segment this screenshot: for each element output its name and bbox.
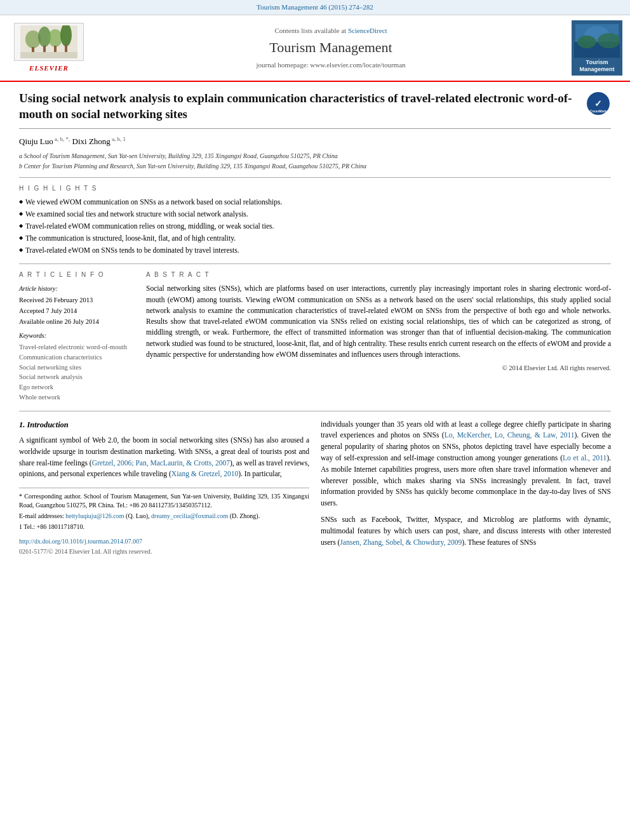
highlight-item-2: We examined social ties and network stru… (19, 209, 611, 219)
intro-paragraph-1: A significant symbol of Web 2.0, the boo… (19, 435, 309, 480)
journal-header: ELSEVIER Contents lists available at Sci… (0, 15, 630, 82)
journal-title-heading: Tourism Management (269, 38, 392, 58)
copyright-notice: © 2014 Elsevier Ltd. All rights reserved… (146, 364, 611, 373)
svg-rect-5 (32, 47, 34, 52)
elsevier-brand-name: ELSEVIER (29, 63, 69, 73)
issn-line: 0261-5177/© 2014 Elsevier Ltd. All right… (19, 547, 309, 557)
email1-author: (Q. Luo), (126, 512, 150, 519)
author2-name: Dixi Zhong (72, 137, 111, 147)
article-info-column: A R T I C L E I N F O Article history: R… (19, 270, 133, 403)
footnotes-area: * Corresponding author. School of Touris… (19, 488, 309, 531)
journal-cover-title: TourismManagement (579, 59, 614, 73)
article-info-abstract-section: A R T I C L E I N F O Article history: R… (19, 270, 611, 411)
ref-lo-2011[interactable]: Lo, McKercher, Lo, Cheung, & Law, 2011 (445, 431, 575, 439)
intro-paragraph-2: individuals younger than 35 years old wi… (321, 419, 611, 510)
svg-text:CrossMark: CrossMark (590, 109, 607, 113)
highlight-item-1: We viewed eWOM communication on SNSs as … (19, 197, 611, 207)
abstract-label: A B S T R A C T (146, 270, 611, 279)
crossmark-area[interactable]: ✓ CrossMark (586, 91, 611, 116)
intro-section-heading: 1. Introduction (19, 419, 309, 431)
svg-point-14 (577, 36, 596, 48)
svg-point-3 (48, 29, 62, 47)
homepage-label: journal homepage: www.elsevier.com/locat… (256, 61, 405, 69)
author1-name: Qiuju Luo (19, 137, 53, 147)
publisher-logo-area: ELSEVIER (8, 20, 90, 76)
article-title: Using social network analysis to explain… (19, 91, 579, 122)
abstract-text: Social networking sites (SNSs), which ar… (146, 283, 611, 360)
authors-line: Qiuju Luo a, b, *, Dixi Zhong a, b, 1 (19, 135, 611, 148)
article-info-label: A R T I C L E I N F O (19, 270, 133, 279)
ref-xiang-2010[interactable]: Xiang & Gretzel, 2010 (171, 470, 238, 477)
keywords-label: Keywords: (19, 331, 133, 340)
svg-rect-8 (65, 44, 67, 52)
journal-cover-image: TourismManagement (572, 20, 622, 76)
footnote-1: 1 Tel.: +86 18011718710. (19, 523, 309, 531)
contents-available-text: Contents lists available at (274, 27, 346, 34)
highlight-item-4: The communication is structured, loose-k… (19, 233, 611, 243)
svg-rect-7 (54, 46, 57, 52)
keyword-4: Social network analysis (19, 373, 133, 382)
svg-rect-6 (43, 46, 46, 52)
article-title-section: Using social network analysis to explain… (19, 91, 611, 129)
svg-point-15 (598, 33, 620, 48)
keyword-6: Whole network (19, 393, 133, 403)
svg-text:✓: ✓ (594, 98, 602, 109)
available-date: Available online 26 July 2014 (19, 317, 133, 327)
doi-anchor[interactable]: http://dx.doi.org/10.1016/j.tourman.2014… (19, 538, 142, 545)
journal-homepage-url: journal homepage: www.elsevier.com/locat… (256, 60, 405, 70)
accepted-date: Accepted 7 July 2014 (19, 307, 133, 316)
journal-reference-bar: Tourism Management 46 (2015) 274–282 (0, 0, 630, 15)
body-left-column: 1. Introduction A significant symbol of … (19, 419, 309, 557)
highlights-section: H I G H L I G H T S We viewed eWOM commu… (19, 184, 611, 264)
science-direct-line: Contents lists available at ScienceDirec… (274, 26, 387, 36)
affiliation-a: a School of Tourism Management, Sun Yat-… (19, 152, 611, 161)
highlights-label: H I G H L I G H T S (19, 184, 611, 193)
ref-gretzel-2006[interactable]: Gretzel, 2006; Pan, MacLaurin, & Crotts,… (92, 459, 230, 467)
keyword-1: Travel-related electronic word-of-mouth (19, 343, 133, 352)
crossmark-icon: ✓ CrossMark (587, 92, 610, 115)
author2-sup: a, b, 1 (111, 136, 126, 142)
body-text-area: 1. Introduction A significant symbol of … (19, 419, 611, 557)
keyword-2: Communication characteristics (19, 353, 133, 363)
journal-reference-text: Tourism Management 46 (2015) 274–282 (257, 3, 373, 11)
highlight-item-5: Travel-related eWOM on SNSs tends to be … (19, 245, 611, 255)
main-content-area: Using social network analysis to explain… (0, 82, 630, 565)
ref-jansen-2009[interactable]: Jansen, Zhang, Sobel, & Chowdury, 2009 (340, 538, 462, 546)
journal-cover-photo (574, 23, 620, 58)
highlight-item-3: Travel-related eWOM communication relies… (19, 221, 611, 231)
body-right-column: individuals younger than 35 years old wi… (321, 419, 611, 557)
intro-paragraph-3: SNSs such as Facebook, Twitter, Myspace,… (321, 514, 611, 548)
ref-lo-2011b[interactable]: Lo et al., 2011 (563, 454, 607, 462)
svg-rect-9 (20, 52, 77, 58)
journal-header-center: Contents lists available at ScienceDirec… (97, 20, 565, 76)
received-date: Received 26 February 2013 (19, 296, 133, 305)
tree-illustration (20, 25, 77, 58)
affiliation-b: b Center for Tourism Planning and Resear… (19, 162, 611, 171)
email2-link[interactable]: dreamy_cecilia@foxmail.com (151, 512, 228, 519)
elsevier-logo-img (14, 23, 84, 61)
divider-after-affiliations (19, 177, 611, 178)
email-addresses-label: E-mail addresses: hettyluqiuju@126.com (… (19, 512, 309, 521)
email1-link[interactable]: hettyluqiuju@126.com (65, 512, 124, 519)
keyword-3: Social networking sites (19, 363, 133, 373)
email2-author: (D. Zhong). (230, 512, 260, 519)
doi-link[interactable]: http://dx.doi.org/10.1016/j.tourman.2014… (19, 537, 309, 547)
corresponding-author-note: * Corresponding author. School of Touris… (19, 492, 309, 510)
email-label: E-mail addresses: (19, 512, 64, 519)
keyword-5: Ego network (19, 383, 133, 392)
article-history-label: Article history: (19, 284, 133, 293)
author1-sup: a, b, *, (53, 136, 70, 142)
abstract-column: A B S T R A C T Social networking sites … (146, 270, 611, 403)
sciencedirect-link[interactable]: ScienceDirect (348, 27, 387, 34)
keywords-section: Keywords: Travel-related electronic word… (19, 331, 133, 402)
